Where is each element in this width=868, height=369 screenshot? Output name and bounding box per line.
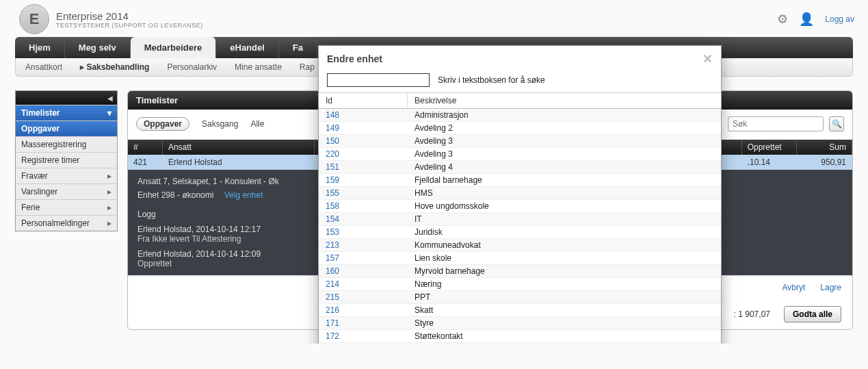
modal-row-desc: PPT xyxy=(408,291,721,303)
modal-row-desc: Hove ungdomsskole xyxy=(408,200,721,212)
modal-row-id[interactable]: 157 xyxy=(319,252,408,264)
header-right: ⚙ 👤 Logg av xyxy=(777,12,854,27)
modal-row-id[interactable]: 155 xyxy=(319,187,408,199)
user-icon[interactable]: 👤 xyxy=(799,12,814,27)
tab-megselv[interactable]: Meg selv xyxy=(65,37,131,58)
modal-row[interactable]: 215PPT xyxy=(319,291,721,304)
modal-row-id[interactable]: 160 xyxy=(319,265,408,277)
modal-row[interactable]: 172Støttekontakt xyxy=(319,330,721,343)
sum-label: : 1 907,07 xyxy=(734,309,770,319)
modal-row[interactable]: 153Juridisk xyxy=(319,226,721,239)
modal-row-desc: Styre xyxy=(408,317,721,329)
sidebar-item-oppgaver[interactable]: Oppgaver xyxy=(16,120,117,136)
sidebar-item-ferie[interactable]: Ferie xyxy=(16,199,117,215)
modal-row-desc: økonomi xyxy=(408,343,721,344)
modal-row-id[interactable]: 216 xyxy=(319,304,408,316)
gear-icon[interactable]: ⚙ xyxy=(777,12,788,27)
collapse-icon[interactable]: ◀ xyxy=(107,94,113,102)
modal-row-desc: Myrvold barnehage xyxy=(408,265,721,277)
modal-row-id[interactable]: 158 xyxy=(319,200,408,212)
modal-row-id[interactable]: 148 xyxy=(319,109,408,121)
subnav-ansattkort[interactable]: Ansattkort xyxy=(25,62,62,72)
modal-row-id[interactable]: 220 xyxy=(319,148,408,160)
modal-row-id[interactable]: 213 xyxy=(319,239,408,251)
main-title-text: Timelister xyxy=(136,95,178,105)
modal-row[interactable]: 151Avdeling 4 xyxy=(319,161,721,174)
modal-col-desc[interactable]: Beskrivelse xyxy=(408,93,721,108)
sidebar-item-masseregistrering[interactable]: Masseregistrering xyxy=(16,136,117,152)
modal-row[interactable]: 160Myrvold barnehage xyxy=(319,265,721,278)
godta-alle-button[interactable]: Godta alle xyxy=(784,306,841,322)
modal-row[interactable]: 157Lien skole xyxy=(319,252,721,265)
modal-row-id[interactable]: 172 xyxy=(319,330,408,342)
col-num[interactable]: # xyxy=(128,140,162,155)
modal-row-id[interactable]: 154 xyxy=(319,213,408,225)
subnav-saksbehandling[interactable]: Saksbehandling xyxy=(80,62,149,72)
modal-row-desc: Avdeling 4 xyxy=(408,161,721,173)
modal-row[interactable]: 150Avdeling 3 xyxy=(319,135,721,148)
tab-hjem[interactable]: Hjem xyxy=(15,37,65,58)
modal-row-desc: Fjelldal barnehage xyxy=(408,174,721,186)
sidebar-item-personalmeldinger[interactable]: Personalmeldinger xyxy=(16,215,117,231)
sidebar-item-registrere-timer[interactable]: Registrere timer xyxy=(16,152,117,168)
subnav-rap[interactable]: Rap xyxy=(300,62,315,72)
app-header: E Enterprise 2014 TESTSYSTEMER (SUPPORT … xyxy=(0,0,868,37)
logoff-link[interactable]: Logg av xyxy=(825,14,854,24)
modal-row-id[interactable]: 298 xyxy=(319,343,408,344)
modal-row-id[interactable]: 171 xyxy=(319,317,408,329)
sidebar-item-fravaer[interactable]: Fravær xyxy=(16,168,117,183)
cell-ansatt: Erlend Holstad xyxy=(162,155,314,170)
modal-row-desc: Administrasjon xyxy=(408,109,721,121)
col-opprettet[interactable]: Opprettet xyxy=(741,140,797,155)
sidebar-item-timelister[interactable]: Timelister xyxy=(16,105,117,120)
close-icon[interactable]: ✕ xyxy=(702,51,713,66)
modal-row[interactable]: 216Skatt xyxy=(319,304,721,317)
modal-rows: 148Administrasjon149Avdeling 2150Avdelin… xyxy=(319,109,721,344)
modal-row-id[interactable]: 214 xyxy=(319,278,408,290)
col-ansatt[interactable]: Ansatt xyxy=(162,140,314,155)
lagre-link[interactable]: Lagre xyxy=(820,283,841,292)
tab-medarbeidere[interactable]: Medarbeidere xyxy=(131,37,217,58)
subnav-personalarkiv[interactable]: Personalarkiv xyxy=(167,62,217,72)
modal-row[interactable]: 220Avdeling 3 xyxy=(319,148,721,161)
search-input[interactable] xyxy=(728,116,824,131)
modal-row[interactable]: 158Hove ungdomsskole xyxy=(319,200,721,213)
alle-link[interactable]: Alle xyxy=(250,119,264,129)
avbryt-link[interactable]: Avbryt xyxy=(782,283,806,292)
saksgang-link[interactable]: Saksgang xyxy=(202,119,238,129)
col-sum[interactable]: Sum xyxy=(797,140,852,155)
modal-row[interactable]: 149Avdeling 2 xyxy=(319,122,721,135)
modal-row-desc: Avdeling 3 xyxy=(408,135,721,147)
modal-row[interactable]: 154IT xyxy=(319,213,721,226)
modal-row[interactable]: 298økonomi xyxy=(319,343,721,344)
sidebar-item-varslinger[interactable]: Varslinger xyxy=(16,183,117,199)
modal-row-id[interactable]: 215 xyxy=(319,291,408,303)
modal-row[interactable]: 159Fjelldal barnehage xyxy=(319,174,721,187)
search-button[interactable]: 🔍 xyxy=(829,116,844,131)
modal-row[interactable]: 171Styre xyxy=(319,317,721,330)
cell-num: 421 xyxy=(128,155,162,170)
modal-row-id[interactable]: 159 xyxy=(319,174,408,186)
modal-row[interactable]: 214Næring xyxy=(319,278,721,291)
tab-fa[interactable]: Fa xyxy=(279,37,317,58)
tab-ehandel[interactable]: eHandel xyxy=(216,37,279,58)
modal-row-id[interactable]: 153 xyxy=(319,226,408,238)
modal-row-desc: Næring xyxy=(408,278,721,290)
modal-col-id[interactable]: Id xyxy=(319,93,408,108)
modal-row-desc: HMS xyxy=(408,187,721,199)
velg-enhet-link[interactable]: Velg enhet xyxy=(224,190,263,200)
modal-search-input[interactable] xyxy=(327,73,430,87)
modal-row-id[interactable]: 149 xyxy=(319,122,408,134)
oppgaver-button[interactable]: Oppgaver xyxy=(136,117,189,131)
side-panel-head: ◀ xyxy=(16,91,117,105)
subnav-mineansatte[interactable]: Mine ansatte xyxy=(235,62,282,72)
modal-row-id[interactable]: 151 xyxy=(319,161,408,173)
modal-row-desc: IT xyxy=(408,213,721,225)
modal-row[interactable]: 155HMS xyxy=(319,187,721,200)
modal-row[interactable]: 213Kommuneadvokat xyxy=(319,239,721,252)
modal-row-desc: Skatt xyxy=(408,304,721,316)
cell-opprettet: .10.14 xyxy=(741,155,797,170)
modal-row-id[interactable]: 150 xyxy=(319,135,408,147)
modal-row[interactable]: 148Administrasjon xyxy=(319,109,721,122)
modal-head: Endre enhet ✕ xyxy=(319,46,721,71)
